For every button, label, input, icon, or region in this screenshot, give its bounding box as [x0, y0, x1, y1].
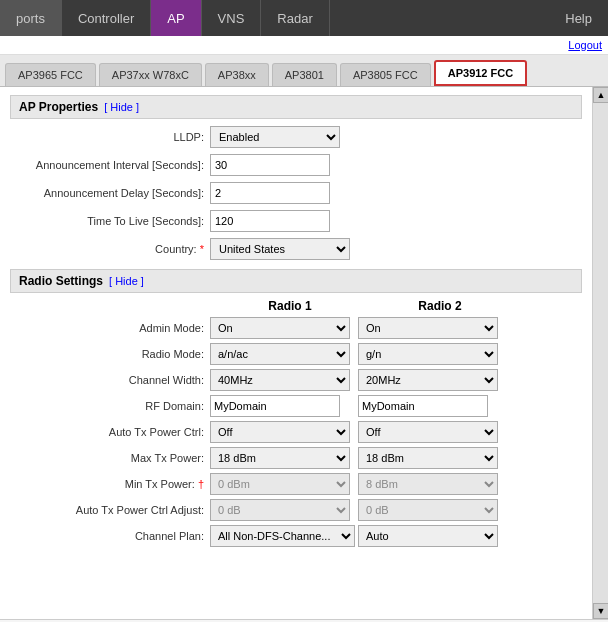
time-to-live-label: Time To Live [Seconds]: [10, 215, 210, 227]
logout-bar: Logout [0, 36, 608, 55]
nav-help: Help [549, 0, 608, 36]
country-required-marker: * [200, 243, 204, 255]
tab-ap3805fcc[interactable]: AP3805 FCC [340, 63, 431, 86]
announcement-interval-label: Announcement Interval [Seconds]: [10, 159, 210, 171]
tab-bar: AP3965 FCC AP37xx W78xC AP38xx AP3801 AP… [0, 55, 608, 87]
admin-mode-r1-select[interactable]: OnOff [210, 317, 350, 339]
channel-width-r2-select[interactable]: 20MHz40MHz [358, 369, 498, 391]
channel-plan-r1-field: All Non-DFS-Channe... [210, 525, 358, 547]
channel-plan-label: Channel Plan: [10, 530, 210, 542]
ap-properties-hide[interactable]: [ Hide ] [104, 101, 139, 113]
lldp-row: LLDP: Enabled Disabled [10, 125, 582, 149]
content-area: AP Properties [ Hide ] LLDP: Enabled Dis… [0, 87, 592, 619]
radio-mode-label: Radio Mode: [10, 348, 210, 360]
country-row: Country: * United States [10, 237, 582, 261]
scroll-up-button[interactable]: ▲ [593, 87, 608, 103]
channel-plan-row: Channel Plan: All Non-DFS-Channe... Auto [10, 525, 582, 547]
announcement-interval-row: Announcement Interval [Seconds]: [10, 153, 582, 177]
announcement-delay-label: Announcement Delay [Seconds]: [10, 187, 210, 199]
time-to-live-row: Time To Live [Seconds]: [10, 209, 582, 233]
main-content: AP Properties [ Hide ] LLDP: Enabled Dis… [0, 87, 608, 619]
radio2-header: Radio 2 [365, 299, 515, 313]
max-tx-power-r2-field: 18 dBm [358, 447, 506, 469]
scrollbar[interactable]: ▲ ▼ [592, 87, 608, 619]
radio-mode-r1-field: a/n/ac [210, 343, 358, 365]
nav-ap[interactable]: AP [151, 0, 201, 36]
auto-tx-power-ctrl-r2-field: OffOn [358, 421, 506, 443]
max-tx-power-label: Max Tx Power: [10, 452, 210, 464]
country-label: Country: * [10, 243, 210, 255]
admin-mode-label: Admin Mode: [10, 322, 210, 334]
announcement-interval-input[interactable] [210, 154, 330, 176]
rf-domain-r1-input[interactable] [210, 395, 340, 417]
top-nav: ports Controller AP VNS Radar Help [0, 0, 608, 36]
auto-tx-power-ctrl-label: Auto Tx Power Ctrl: [10, 426, 210, 438]
admin-mode-r2-field: OnOff [358, 317, 506, 339]
rf-domain-label: RF Domain: [10, 400, 210, 412]
ap-properties-label: AP Properties [19, 100, 98, 114]
channel-plan-r1-select[interactable]: All Non-DFS-Channe... [210, 525, 355, 547]
channel-plan-r2-field: Auto [358, 525, 506, 547]
radio-settings-label: Radio Settings [19, 274, 103, 288]
rf-domain-row: RF Domain: [10, 395, 582, 417]
auto-tx-power-ctrl-r2-select[interactable]: OffOn [358, 421, 498, 443]
radio-mode-r2-select[interactable]: g/n [358, 343, 498, 365]
min-tx-power-r1-select[interactable]: 0 dBm [210, 473, 350, 495]
auto-tx-power-adjust-r1-field: 0 dB [210, 499, 358, 521]
rf-domain-r2-field [358, 395, 506, 417]
auto-tx-power-adjust-label: Auto Tx Power Ctrl Adjust: [10, 504, 210, 516]
channel-plan-r2-select[interactable]: Auto [358, 525, 498, 547]
auto-tx-power-adjust-r2-field: 0 dB [358, 499, 506, 521]
max-tx-power-r1-select[interactable]: 18 dBm [210, 447, 350, 469]
scroll-down-button[interactable]: ▼ [593, 603, 608, 619]
tab-ap3801[interactable]: AP3801 [272, 63, 337, 86]
auto-tx-power-ctrl-row: Auto Tx Power Ctrl: OffOn OffOn [10, 421, 582, 443]
min-tx-power-r2-select[interactable]: 8 dBm [358, 473, 498, 495]
nav-vns[interactable]: VNS [202, 0, 262, 36]
ap-properties-header: AP Properties [ Hide ] [10, 95, 582, 119]
time-to-live-input[interactable] [210, 210, 330, 232]
auto-tx-power-adjust-row: Auto Tx Power Ctrl Adjust: 0 dB 0 dB [10, 499, 582, 521]
lldp-label: LLDP: [10, 131, 210, 143]
min-tx-power-required-marker: † [198, 478, 204, 490]
auto-tx-power-ctrl-r1-select[interactable]: OffOn [210, 421, 350, 443]
tab-ap3912fcc[interactable]: AP3912 FCC [434, 60, 527, 86]
lldp-select[interactable]: Enabled Disabled [210, 126, 340, 148]
rf-domain-r2-input[interactable] [358, 395, 488, 417]
radio-mode-r1-select[interactable]: a/n/ac [210, 343, 350, 365]
channel-width-label: Channel Width: [10, 374, 210, 386]
admin-mode-r2-select[interactable]: OnOff [358, 317, 498, 339]
nav-ports[interactable]: ports [0, 0, 62, 36]
channel-width-r1-field: 40MHz20MHz80MHz [210, 369, 358, 391]
auto-tx-power-adjust-r2-select[interactable]: 0 dB [358, 499, 498, 521]
tab-ap3965fcc[interactable]: AP3965 FCC [5, 63, 96, 86]
admin-mode-row: Admin Mode: OnOff OnOff [10, 317, 582, 339]
channel-width-row: Channel Width: 40MHz20MHz80MHz 20MHz40MH… [10, 369, 582, 391]
tab-ap37xx[interactable]: AP37xx W78xC [99, 63, 202, 86]
auto-tx-power-ctrl-r1-field: OffOn [210, 421, 358, 443]
radio-mode-row: Radio Mode: a/n/ac g/n [10, 343, 582, 365]
max-tx-power-row: Max Tx Power: 18 dBm 18 dBm [10, 447, 582, 469]
radio-settings-header: Radio Settings [ Hide ] [10, 269, 582, 293]
nav-controller[interactable]: Controller [62, 0, 151, 36]
radio-mode-r2-field: g/n [358, 343, 506, 365]
auto-tx-power-adjust-r1-select[interactable]: 0 dB [210, 499, 350, 521]
announcement-delay-input[interactable] [210, 182, 330, 204]
max-tx-power-r2-select[interactable]: 18 dBm [358, 447, 498, 469]
admin-mode-r1-field: OnOff [210, 317, 358, 339]
announcement-delay-row: Announcement Delay [Seconds]: [10, 181, 582, 205]
min-tx-power-r1-field: 0 dBm [210, 473, 358, 495]
radio-column-headers: Radio 1 Radio 2 [10, 299, 582, 313]
radio1-header: Radio 1 [215, 299, 365, 313]
rf-domain-r1-field [210, 395, 358, 417]
tab-ap38xx[interactable]: AP38xx [205, 63, 269, 86]
radio-settings-hide[interactable]: [ Hide ] [109, 275, 144, 287]
min-tx-power-r2-field: 8 dBm [358, 473, 506, 495]
channel-width-r1-select[interactable]: 40MHz20MHz80MHz [210, 369, 350, 391]
max-tx-power-r1-field: 18 dBm [210, 447, 358, 469]
country-select[interactable]: United States [210, 238, 350, 260]
min-tx-power-row: Min Tx Power: † 0 dBm 8 dBm [10, 473, 582, 495]
nav-radar[interactable]: Radar [261, 0, 329, 36]
logout-link[interactable]: Logout [568, 39, 602, 51]
channel-width-r2-field: 20MHz40MHz [358, 369, 506, 391]
